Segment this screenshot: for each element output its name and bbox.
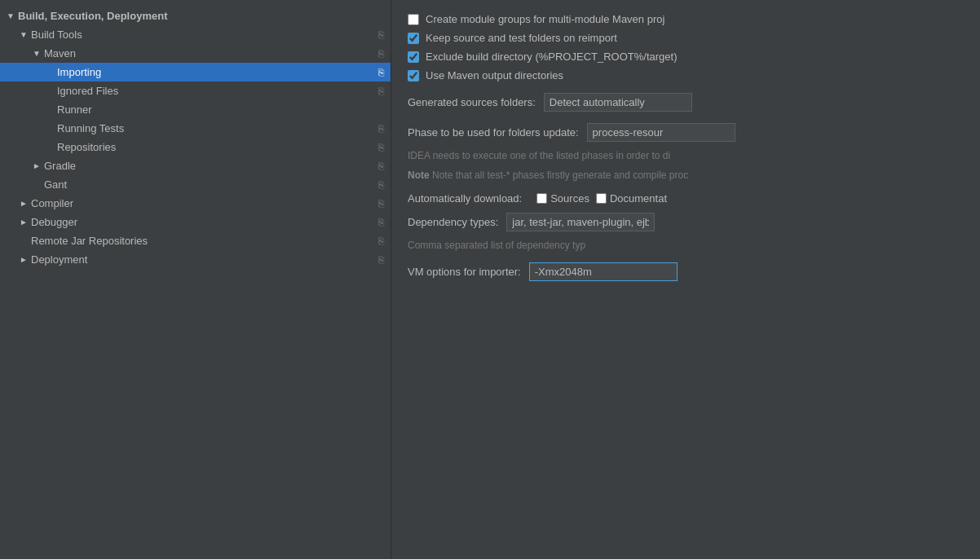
checkbox-create-module-groups: Create module groups for multi-module Ma… [408, 13, 964, 25]
tree-label-ignored-files: Ignored Files [57, 85, 375, 97]
tree-arrow-compiler: ► [20, 199, 31, 208]
documentation-checkbox-input[interactable] [596, 193, 607, 204]
copy-icon-compiler: ⎘ [378, 198, 384, 209]
sources-checkbox-input[interactable] [536, 193, 547, 204]
hint-text-2: Note Note that all test-* phases firstly… [408, 169, 964, 181]
tree-label-running-tests: Running Tests [57, 122, 375, 134]
checkbox-use-maven-output-label: Use Maven output directories [426, 69, 563, 81]
generated-sources-row: Generated sources folders: [408, 93, 964, 112]
checkbox-create-module-groups-input[interactable] [408, 14, 419, 25]
phase-input[interactable] [587, 123, 735, 142]
tree-item-maven[interactable]: ▼Maven⎘ [0, 44, 391, 63]
tree-label-repositories: Repositories [57, 141, 375, 153]
tree-arrow-build-execution: ▼ [7, 11, 18, 20]
tree-label-debugger: Debugger [31, 216, 375, 228]
tree-item-debugger[interactable]: ►Debugger⎘ [0, 213, 391, 231]
tree-arrow-maven: ▼ [33, 49, 44, 58]
tree-item-remote-jar[interactable]: Remote Jar Repositories⎘ [0, 231, 391, 250]
copy-icon-importing: ⎘ [378, 67, 384, 78]
tree-label-compiler: Compiler [31, 197, 375, 209]
tree-label-runner: Runner [57, 103, 384, 116]
tree-item-ignored-files[interactable]: Ignored Files⎘ [0, 81, 391, 100]
vm-options-label: VM options for importer: [408, 266, 521, 278]
auto-download-row: Automatically download: Sources Document… [408, 192, 964, 205]
copy-icon-debugger: ⎘ [378, 217, 384, 228]
checkbox-exclude-build-input[interactable] [408, 51, 419, 63]
generated-sources-label: Generated sources folders: [408, 96, 536, 108]
copy-icon-deployment: ⎘ [378, 254, 384, 266]
tree-label-deployment: Deployment [31, 253, 375, 266]
tree-item-runner[interactable]: Runner [0, 100, 391, 119]
dependency-types-label: Dependency types: [408, 216, 498, 228]
copy-icon-gant: ⎘ [378, 179, 384, 191]
tree-label-remote-jar: Remote Jar Repositories [31, 235, 375, 247]
tree-arrow-deployment: ► [20, 255, 31, 264]
auto-download-label: Automatically download: [408, 192, 522, 205]
tree-label-maven: Maven [44, 47, 375, 59]
vm-options-input[interactable] [529, 262, 678, 281]
tree-label-build-tools: Build Tools [31, 29, 375, 41]
tree-item-compiler[interactable]: ►Compiler⎘ [0, 194, 391, 213]
checkbox-create-module-groups-label: Create module groups for multi-module Ma… [426, 13, 664, 25]
phase-row: Phase to be used for folders update: [408, 123, 964, 142]
checkbox-use-maven-output: Use Maven output directories [408, 69, 964, 81]
copy-icon-build-tools: ⎘ [378, 29, 384, 41]
copy-icon-remote-jar: ⎘ [378, 235, 384, 247]
sources-checkbox-label: Sources [550, 192, 589, 205]
checkbox-exclude-build-label: Exclude build directory (%PROJECT_ROOT%/… [426, 51, 677, 63]
settings-content: Create module groups for multi-module Ma… [391, 0, 980, 559]
vm-options-row: VM options for importer: [408, 262, 964, 281]
checkbox-keep-source-input[interactable] [408, 33, 419, 44]
tree-label-gradle: Gradle [44, 160, 375, 172]
checkbox-use-maven-output-input[interactable] [408, 70, 419, 81]
dependency-types-input[interactable] [506, 213, 655, 231]
tree-item-repositories[interactable]: Repositories⎘ [0, 138, 391, 156]
tree-item-build-execution[interactable]: ▼Build, Execution, Deployment [0, 7, 391, 25]
phase-label: Phase to be used for folders update: [408, 126, 579, 139]
copy-icon-repositories: ⎘ [378, 142, 384, 153]
copy-icon-gradle: ⎘ [378, 161, 384, 172]
sources-checkbox-group: Sources [536, 192, 589, 205]
tree-item-importing[interactable]: Importing⎘ [0, 63, 391, 81]
copy-icon-running-tests: ⎘ [378, 123, 384, 134]
tree-item-gant[interactable]: Gant⎘ [0, 175, 391, 194]
checkbox-keep-source-label: Keep source and test folders on reimport [426, 32, 617, 44]
documentation-checkbox-group: Documentat [596, 192, 667, 205]
tree-label-build-execution: Build, Execution, Deployment [18, 10, 384, 22]
documentation-checkbox-label: Documentat [610, 192, 667, 205]
tree-item-gradle[interactable]: ►Gradle⎘ [0, 156, 391, 175]
tree-arrow-debugger: ► [20, 218, 31, 227]
dependency-types-row: Dependency types: [408, 213, 964, 231]
tree-arrow-gradle: ► [33, 161, 44, 170]
tree-item-build-tools[interactable]: ▼Build Tools⎘ [0, 25, 391, 44]
tree-label-importing: Importing [57, 66, 375, 78]
tree-item-running-tests[interactable]: Running Tests⎘ [0, 119, 391, 138]
checkbox-exclude-build: Exclude build directory (%PROJECT_ROOT%/… [408, 51, 964, 63]
tree-label-gant: Gant [44, 178, 375, 191]
checkbox-keep-source: Keep source and test folders on reimport [408, 32, 964, 44]
generated-sources-input[interactable] [544, 93, 692, 112]
settings-tree: ▼Build, Execution, Deployment▼Build Tool… [0, 0, 391, 559]
copy-icon-maven: ⎘ [378, 48, 384, 59]
hint-text-1: IDEA needs to execute one of the listed … [408, 150, 964, 161]
tree-item-deployment[interactable]: ►Deployment⎘ [0, 250, 391, 269]
tree-arrow-build-tools: ▼ [20, 30, 31, 39]
dependency-types-hint: Comma separated list of dependency typ [408, 240, 964, 251]
copy-icon-ignored-files: ⎘ [378, 86, 384, 97]
